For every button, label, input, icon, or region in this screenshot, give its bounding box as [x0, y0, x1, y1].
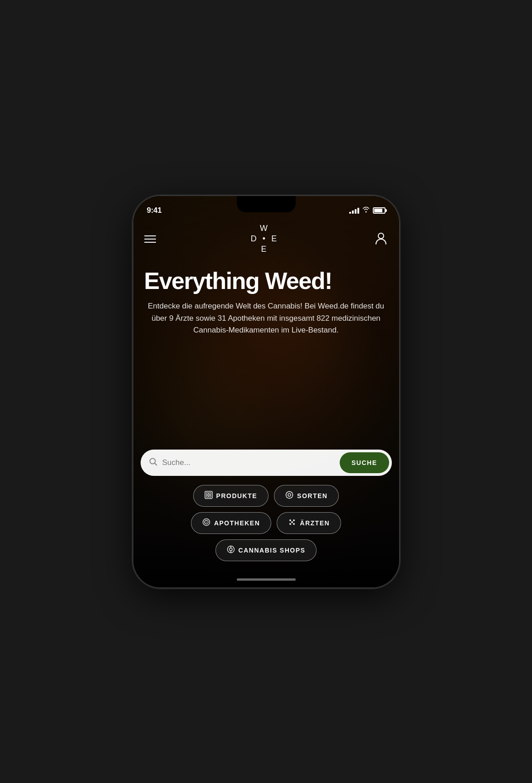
- logo-line2: D • E: [251, 234, 278, 244]
- hero-title: Everything Weed!: [144, 269, 388, 294]
- svg-point-11: [286, 494, 287, 495]
- search-input[interactable]: [162, 458, 340, 467]
- apotheken-icon: [202, 518, 210, 528]
- produkte-label: PRODUKTE: [216, 492, 258, 499]
- search-container: SUCHE: [133, 439, 399, 476]
- status-icons: [349, 206, 386, 214]
- svg-point-19: [206, 522, 207, 523]
- svg-point-23: [293, 523, 295, 525]
- category-cannabis-shops-button[interactable]: CANNABIS SHOPS: [215, 539, 317, 561]
- svg-rect-3: [206, 493, 208, 494]
- svg-point-8: [288, 494, 291, 496]
- hero-content: Everything Weed! Entdecke die aufregende…: [133, 259, 399, 439]
- svg-point-15: [292, 492, 293, 493]
- aerzte-label: ÄRZTEN: [300, 519, 330, 527]
- user-profile-button[interactable]: [374, 232, 388, 246]
- svg-point-20: [289, 519, 291, 521]
- cannabis-shops-icon: [227, 545, 235, 555]
- category-apotheken-button[interactable]: APOTHEKEN: [191, 512, 271, 534]
- category-row-2: APOTHEKEN ÄRZTEN: [141, 512, 392, 534]
- navigation: W D • E E: [133, 219, 399, 259]
- produkte-icon: [205, 491, 213, 501]
- app-logo: W D • E E: [251, 223, 278, 255]
- category-row-1: PRODUKTE: [141, 485, 392, 507]
- cannabis-shops-label: CANNABIS SHOPS: [239, 547, 306, 554]
- wifi-icon: [362, 206, 370, 214]
- search-icon: [149, 457, 158, 468]
- signal-icon: [349, 207, 359, 214]
- search-button[interactable]: SUCHE: [340, 452, 389, 473]
- svg-rect-4: [209, 493, 211, 494]
- search-bar: SUCHE: [141, 450, 392, 476]
- phone-frame: 9:41: [133, 196, 399, 587]
- logo-line3: E: [251, 244, 278, 254]
- svg-point-9: [289, 491, 290, 492]
- category-sorten-button[interactable]: SORTEN: [274, 485, 339, 507]
- status-time: 9:41: [147, 206, 162, 215]
- category-produkte-button[interactable]: PRODUKTE: [193, 485, 269, 507]
- svg-point-14: [292, 497, 293, 498]
- svg-rect-2: [205, 491, 212, 499]
- hero-subtitle: Entdecke die aufregende Welt des Cannabi…: [144, 300, 388, 336]
- screen-content: 9:41: [133, 196, 399, 587]
- notch: [237, 196, 296, 212]
- category-aerzte-button[interactable]: ÄRZTEN: [277, 512, 341, 534]
- apotheken-label: APOTHEKEN: [214, 519, 260, 527]
- svg-point-21: [293, 519, 295, 521]
- category-row-3: CANNABIS SHOPS: [141, 539, 392, 561]
- svg-point-22: [289, 523, 291, 525]
- battery-icon: [373, 207, 386, 214]
- svg-rect-5: [206, 495, 208, 497]
- logo-line1: W: [251, 223, 278, 234]
- sorten-label: SORTEN: [297, 492, 327, 499]
- phone-screen: 9:41: [133, 196, 399, 587]
- hamburger-menu-button[interactable]: [144, 235, 156, 243]
- svg-rect-6: [209, 495, 211, 497]
- svg-point-24: [291, 521, 293, 523]
- aerzte-icon: [288, 518, 296, 528]
- svg-point-12: [293, 494, 293, 495]
- svg-point-13: [287, 492, 288, 493]
- home-indicator: [133, 572, 399, 587]
- svg-point-0: [378, 233, 384, 239]
- svg-point-16: [287, 497, 288, 498]
- categories-section: PRODUKTE: [133, 476, 399, 572]
- svg-point-26: [229, 548, 232, 551]
- svg-point-10: [289, 498, 290, 499]
- sorten-icon: [285, 491, 293, 501]
